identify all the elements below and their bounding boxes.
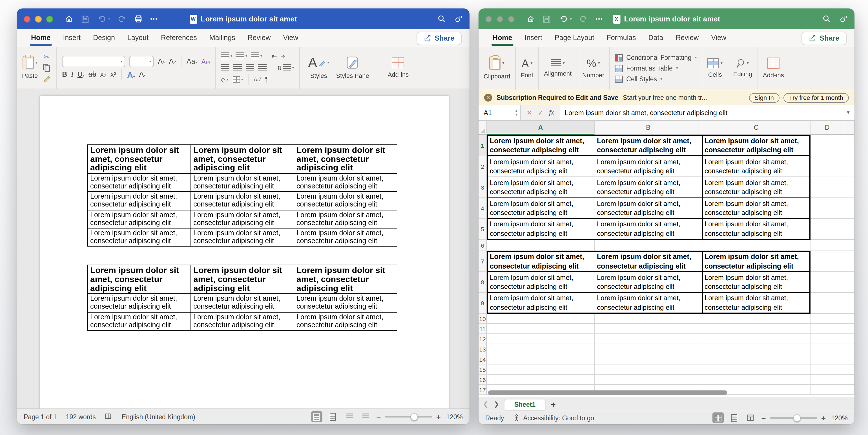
spellcheck-icon[interactable] [105, 412, 113, 421]
prev-sheet-icon[interactable]: ❮ [483, 400, 488, 408]
name-box[interactable]: A1 ▲▼ [478, 105, 521, 120]
cell-E13[interactable] [844, 344, 855, 354]
word-table-cell[interactable]: Lorem ipsum dolor sit amet, consectetur … [294, 312, 397, 330]
cell-B10[interactable] [595, 314, 702, 324]
tab-review[interactable]: Review [669, 30, 705, 46]
name-box-stepper[interactable]: ▲▼ [515, 109, 518, 116]
alignment-button[interactable]: ▾ Alignment [544, 59, 571, 77]
row-header-7[interactable]: 7 [478, 251, 487, 272]
font-button[interactable]: A▾ Font [521, 58, 533, 79]
cell-D7[interactable] [810, 251, 844, 272]
cell-B4[interactable]: Lorem ipsum dolor sit amet, consectetur … [595, 198, 702, 219]
undo-icon[interactable] [97, 14, 106, 23]
cell-D3[interactable] [810, 177, 844, 198]
zoom-window-button[interactable] [46, 16, 53, 22]
cell-A16[interactable] [487, 375, 595, 385]
cell-B7[interactable]: Lorem ipsum dolor sit amet, consectetur … [595, 251, 702, 272]
cell-C13[interactable] [702, 344, 810, 354]
formula-input[interactable]: Lorem ipsum dolor sit amet, consectetur … [560, 105, 842, 120]
tab-mailings[interactable]: Mailings [203, 30, 242, 46]
word-table-cell[interactable]: Lorem ipsum dolor sit amet, consectetur … [294, 173, 397, 192]
home-icon[interactable] [526, 14, 535, 23]
cell-A12[interactable] [487, 334, 595, 344]
cell-A11[interactable] [487, 324, 595, 334]
align-left-button[interactable] [221, 64, 229, 71]
cell-D4[interactable] [810, 198, 844, 219]
cell-A6[interactable] [487, 240, 595, 251]
row-header-5[interactable]: 5 [478, 219, 487, 240]
grow-font-button[interactable]: A˄ [158, 58, 165, 65]
cell-C5[interactable]: Lorem ipsum dolor sit amet, consectetur … [702, 219, 810, 240]
share-button[interactable]: Share [417, 31, 462, 45]
word-count[interactable]: 192 words [66, 413, 96, 420]
cancel-icon[interactable]: ✕ [526, 109, 532, 117]
word-table-cell[interactable]: Lorem ipsum dolor sit amet, consectetur … [294, 210, 397, 228]
cell-D16[interactable] [810, 375, 844, 385]
cell-C14[interactable] [702, 354, 810, 365]
word-table-cell[interactable]: Lorem ipsum dolor sit amet, consectetur … [88, 173, 191, 192]
styles-button[interactable]: A▾ Styles [305, 56, 333, 79]
decrease-indent-icon[interactable]: ⇤ [272, 52, 277, 60]
pilcrow-button[interactable]: ¶ [265, 76, 269, 84]
cell-A10[interactable] [487, 314, 595, 324]
cell-D15[interactable] [810, 365, 844, 375]
shading-button[interactable]: ◇▾ [221, 76, 228, 83]
clear-format-button[interactable]: A⌀ [201, 57, 210, 66]
sort-button[interactable]: A↓Z [254, 77, 261, 82]
row-header-13[interactable]: 13 [478, 344, 487, 354]
row-header-8[interactable]: 8 [478, 272, 487, 293]
cell-E11[interactable] [844, 324, 855, 334]
close-button[interactable] [24, 16, 30, 22]
cell-D17[interactable] [810, 385, 844, 395]
column-header-D[interactable]: D [810, 121, 844, 135]
cell-E15[interactable] [844, 365, 855, 375]
cell-D9[interactable] [810, 293, 844, 314]
insert-function-icon[interactable]: fx [549, 108, 554, 117]
column-header-A[interactable]: A [487, 121, 595, 135]
cell-E14[interactable] [844, 354, 855, 365]
row-header-1[interactable]: 1 [478, 135, 487, 156]
cell-E8[interactable] [844, 272, 855, 293]
shrink-font-button[interactable]: A˅ [169, 58, 176, 65]
more-icon[interactable]: ••• [150, 16, 158, 22]
word-table-cell[interactable]: Lorem ipsum dolor sit amet, consectetur … [191, 173, 294, 192]
row-header-14[interactable]: 14 [478, 354, 487, 365]
tab-references[interactable]: References [155, 30, 203, 46]
undo-chevron-icon[interactable]: ▾ [108, 17, 110, 21]
column-header-C[interactable]: C [702, 121, 810, 135]
numbering-button[interactable]: ▾ [236, 53, 247, 59]
cut-icon[interactable]: ✂ [42, 53, 51, 61]
outline-view-button[interactable] [344, 411, 355, 422]
word-table-1[interactable]: Lorem ipsum dolor sit amet, consectetur … [87, 144, 397, 247]
zoom-in-button[interactable]: + [821, 414, 826, 422]
close-button[interactable] [485, 16, 492, 22]
undo-chevron-icon[interactable]: ▾ [570, 17, 572, 21]
add-sheet-button[interactable]: + [551, 399, 556, 409]
zoom-out-button[interactable]: − [761, 414, 766, 422]
font-name-combo[interactable]: ▾ [62, 56, 125, 67]
word-table-cell[interactable]: Lorem ipsum dolor sit amet, consectetur … [88, 192, 191, 210]
cell-A5[interactable]: Lorem ipsum dolor sit amet, consectetur … [487, 219, 595, 240]
row-header-16[interactable]: 16 [478, 375, 487, 385]
cell-A8[interactable]: Lorem ipsum dolor sit amet, consectetur … [487, 272, 595, 293]
word-table-cell[interactable]: Lorem ipsum dolor sit amet, consectetur … [88, 312, 191, 330]
web-layout-view-button[interactable] [327, 411, 338, 422]
addins-button[interactable]: Add-ins [763, 58, 784, 79]
cell-D6[interactable] [810, 240, 844, 251]
zoom-percent[interactable]: 120% [446, 413, 463, 420]
cell-B1[interactable]: Lorem ipsum dolor sit amet, consectetur … [595, 135, 702, 156]
row-header-3[interactable]: 3 [478, 177, 487, 198]
language-status[interactable]: English (United Kingdom) [122, 413, 195, 420]
sheet-tab-sheet1[interactable]: Sheet1 [505, 400, 545, 410]
word-table-cell[interactable]: Lorem ipsum dolor sit amet, consectetur … [191, 294, 294, 312]
zoom-window-button[interactable] [508, 16, 515, 22]
cell-B3[interactable]: Lorem ipsum dolor sit amet, consectetur … [595, 177, 702, 198]
word-table-cell[interactable]: Lorem ipsum dolor sit amet, consectetur … [88, 294, 191, 312]
redo-icon[interactable] [118, 14, 127, 23]
row-header-10[interactable]: 10 [478, 314, 487, 324]
save-icon[interactable] [81, 14, 90, 23]
cell-C3[interactable]: Lorem ipsum dolor sit amet, consectetur … [702, 177, 810, 198]
word-table-cell[interactable]: Lorem ipsum dolor sit amet, consectetur … [191, 265, 294, 294]
subscript-button[interactable]: x₂ [100, 70, 106, 79]
cell-C8[interactable]: Lorem ipsum dolor sit amet, consectetur … [702, 272, 810, 293]
